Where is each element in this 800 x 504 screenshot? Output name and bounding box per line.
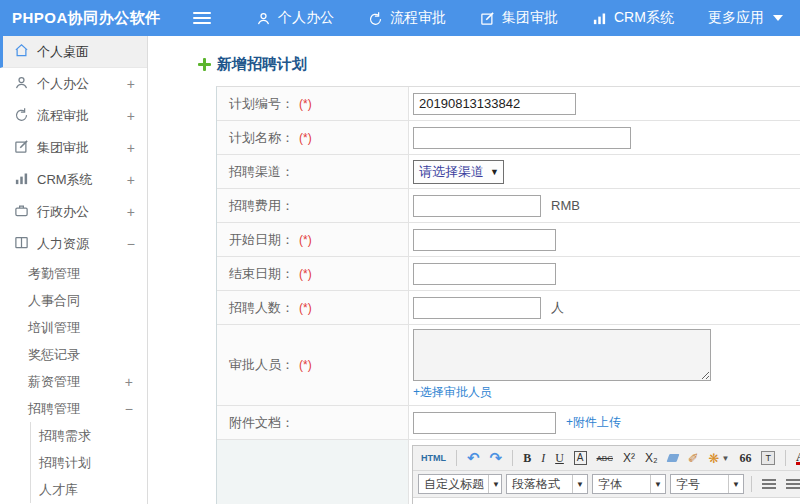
start-date-input[interactable] [413,229,556,251]
expand-plus-icon[interactable]: + [127,140,135,156]
approvers-textarea[interactable] [413,329,711,381]
field-label: 计划名称： (*) [217,121,409,154]
form-row-editor: HTML ↶ ↷ B I U A ABC X² X₂ [217,440,800,504]
field-label-empty [217,440,409,504]
topnav-item-personal-office[interactable]: 个人办公 [239,0,351,36]
eraser-icon[interactable] [666,454,679,462]
collapse-minus-icon[interactable]: − [125,401,133,417]
sidebar-item-hr[interactable]: 人力资源 − [0,228,147,260]
align-center-icon[interactable] [786,479,800,490]
sidebar-item-attendance[interactable]: 考勤管理 [0,260,147,287]
editor-toolbar-row1: HTML ↶ ↷ B I U A ABC X² X₂ [413,446,800,471]
recruit-plan-form: 计划编号： (*) 计划名称： (*) 招聘渠道： [216,86,800,504]
caret-down-icon [773,15,783,21]
required-mark: (*) [299,267,312,281]
expand-plus-icon[interactable]: + [125,374,133,390]
sidebar-item-recruit-demand[interactable]: 招聘需求 [31,422,147,449]
headcount-input[interactable] [413,297,541,319]
editor-toolbar-row2: 自定义标题 ▼ 段落格式 ▼ 字体 ▼ [413,471,800,498]
redo-icon[interactable]: ↷ [487,449,506,467]
underline-button[interactable]: U [552,451,567,466]
attachment-upload-link[interactable]: +附件上传 [566,414,621,431]
subscript-button[interactable]: X₂ [642,451,661,465]
topnav-item-more-apps[interactable]: 更多应用 [691,0,800,36]
sidebar-item-admin-office[interactable]: 行政办公 + [0,196,147,228]
form-row-headcount: 招聘人数： (*) 人 [217,291,800,325]
sidebar-item-label: 奖惩记录 [28,346,80,364]
topnav-item-crm[interactable]: CRM系统 [575,0,691,36]
sidebar-item-hr-contract[interactable]: 人事合同 [0,287,147,314]
workflow-icon [14,107,29,125]
book-icon [14,235,29,253]
plan-no-input[interactable] [413,93,576,115]
field-label: 计划编号： (*) [217,87,409,120]
topnav-label: 个人办公 [278,9,334,27]
sidebar-item-label: 人力资源 [37,235,89,253]
sidebar-item-personal-desktop[interactable]: 个人桌面 [0,36,147,68]
expand-plus-icon[interactable]: + [127,108,135,124]
sidebar-item-label: 个人办公 [37,75,89,93]
sidebar-item-training[interactable]: 培训管理 [0,314,147,341]
palette-icon[interactable]: ❋▼ [706,451,733,466]
italic-button[interactable]: I [538,451,548,466]
fee-input[interactable] [413,195,541,217]
expand-plus-icon[interactable]: + [127,172,135,188]
sidebar-item-label: CRM系统 [37,171,93,189]
font-size-select[interactable]: 字号 ▼ [670,474,744,494]
collapse-minus-icon[interactable]: − [127,236,135,252]
custom-title-select[interactable]: 自定义标题 ▼ [418,474,502,494]
topnav-item-group-approval[interactable]: 集团审批 [463,0,575,36]
expand-plus-icon[interactable]: + [127,204,135,220]
sidebar-item-label: 行政办公 [37,203,89,221]
border-text-button[interactable]: A [574,451,587,465]
font-color-button[interactable]: A▼ [793,451,800,465]
hamburger-icon[interactable] [193,12,211,24]
sidebar-item-personal-office[interactable]: 个人办公 + [0,68,147,100]
choose-approvers-link[interactable]: +选择审批人员 [413,384,492,401]
bar-chart-icon [14,171,29,189]
topnav-item-workflow-approval[interactable]: 流程审批 [351,0,463,36]
undo-icon[interactable]: ↶ [464,449,483,467]
page-title-text: 新增招聘计划 [217,55,307,74]
sidebar-item-label: 招聘需求 [39,427,91,445]
strikethrough-button[interactable]: ABC [594,454,616,463]
form-row-plan-no: 计划编号： (*) [217,87,800,121]
format-brush-icon[interactable]: ✐ [685,451,702,466]
form-row-channel: 招聘渠道： 请选择渠道 ▼ [217,155,800,189]
sidebar-item-recruit-plan[interactable]: 招聘计划 [31,449,147,476]
plan-name-input[interactable] [413,127,631,149]
end-date-input[interactable] [413,263,556,285]
font-family-select[interactable]: 字体 ▼ [592,474,666,494]
sidebar-item-recruitment[interactable]: 招聘管理 − [0,395,147,422]
sidebar-item-label: 薪资管理 [28,373,80,391]
blockquote-button[interactable]: 66 [736,451,754,466]
paste-icon[interactable]: T [761,451,775,465]
field-label: 附件文档： [217,406,409,439]
expand-plus-icon[interactable]: + [127,76,135,92]
sidebar-item-talent-pool[interactable]: 人才库 [31,476,147,503]
field-label: 招聘人数： (*) [217,291,409,324]
required-mark: (*) [299,233,312,247]
bold-button[interactable]: B [520,451,534,466]
sidebar-item-label: 个人桌面 [37,43,89,61]
sidebar-item-label: 培训管理 [28,319,80,337]
sidebar-item-rewards[interactable]: 奖惩记录 [0,341,147,368]
required-mark: (*) [299,301,312,315]
source-code-button[interactable]: HTML [418,453,449,463]
attachment-input[interactable] [413,412,556,434]
page-title: 新增招聘计划 [198,55,800,74]
recruitment-submenu: 招聘需求 招聘计划 人才库 [30,422,147,503]
paragraph-format-select[interactable]: 段落格式 ▼ [506,474,588,494]
topnav-label: 集团审批 [502,9,558,27]
form-row-start-date: 开始日期： (*) [217,223,800,257]
channel-select[interactable]: 请选择渠道 ▼ [413,160,504,184]
sidebar-item-salary[interactable]: 薪资管理 + [0,368,147,395]
sidebar-item-crm[interactable]: CRM系统 + [0,164,147,196]
superscript-button[interactable]: X² [620,451,638,465]
sidebar-item-workflow-approval[interactable]: 流程审批 + [0,100,147,132]
required-mark: (*) [299,97,312,111]
rich-text-editor: HTML ↶ ↷ B I U A ABC X² X₂ [412,445,800,504]
align-left-icon[interactable] [762,479,776,490]
editor-content-area[interactable] [413,498,800,504]
sidebar-item-group-approval[interactable]: 集团审批 + [0,132,147,164]
